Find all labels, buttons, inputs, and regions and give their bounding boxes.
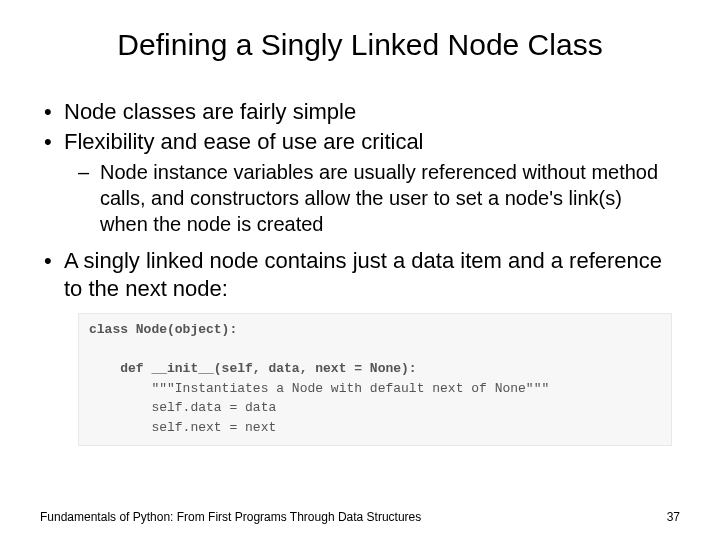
sub-bullet-item: Node instance variables are usually refe… bbox=[64, 160, 672, 237]
code-line: class Node(object): bbox=[89, 322, 237, 337]
code-line: self.next = next bbox=[89, 420, 276, 435]
slide-title: Defining a Singly Linked Node Class bbox=[40, 28, 680, 62]
bullet-list: Node classes are fairly simple Flexibili… bbox=[40, 98, 672, 303]
code-block: class Node(object): def __init__(self, d… bbox=[78, 313, 672, 446]
sub-bullet-list: Node instance variables are usually refe… bbox=[64, 160, 672, 237]
page-number: 37 bbox=[667, 510, 680, 524]
slide: Defining a Singly Linked Node Class Node… bbox=[0, 0, 720, 540]
bullet-item: Flexibility and ease of use are critical… bbox=[40, 128, 672, 237]
code-line: def __init__(self, data, next = None): bbox=[89, 361, 417, 376]
code-line: """Instantiates a Node with default next… bbox=[89, 381, 549, 396]
footer: Fundamentals of Python: From First Progr… bbox=[40, 510, 680, 524]
bullet-item: Node classes are fairly simple bbox=[40, 98, 672, 126]
bullet-text: Flexibility and ease of use are critical bbox=[64, 129, 424, 154]
footer-text: Fundamentals of Python: From First Progr… bbox=[40, 510, 421, 524]
bullet-item: A singly linked node contains just a dat… bbox=[40, 247, 672, 303]
code-line: self.data = data bbox=[89, 400, 276, 415]
